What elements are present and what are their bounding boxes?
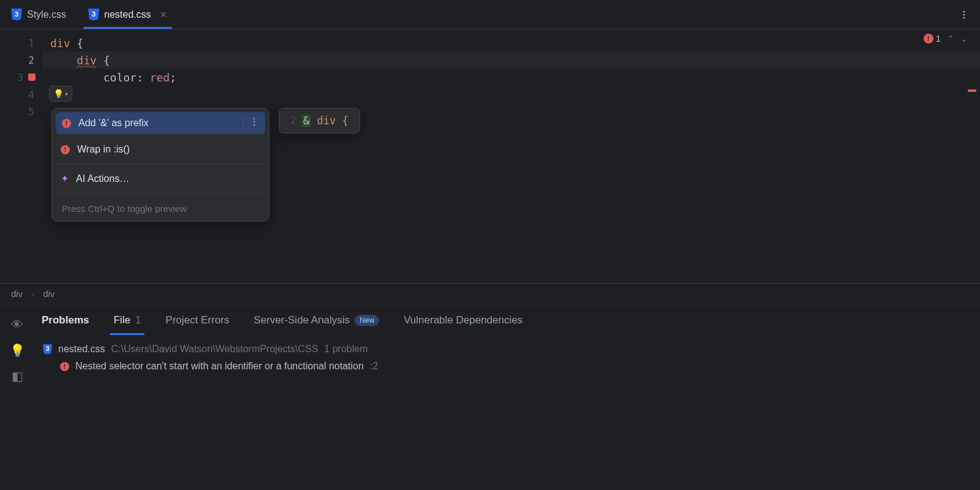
problem-count: 1 problem (324, 344, 368, 355)
svg-point-1 (963, 13, 965, 15)
intention-item-add-prefix[interactable]: ! Add '&' as prefix (56, 112, 265, 134)
quickfix-preview: 2 & div { (279, 108, 360, 134)
indent (50, 54, 77, 67)
more-icon[interactable] (243, 117, 259, 129)
line-number: 3 (0, 69, 43, 86)
problems-panel: 👁 💡 ◧ Problems File 1 Project Errors Ser… (0, 304, 980, 490)
file-tab-style[interactable]: Style.css (0, 0, 77, 29)
css3-icon (11, 9, 22, 21)
file-tab-bar: Style.css nested.css ✕ (0, 0, 980, 29)
breadcrumb: div › div (0, 284, 980, 304)
line-number: 5 (0, 103, 43, 120)
problems-tab-title[interactable]: Problems (42, 314, 89, 326)
line-number: 1 (0, 34, 43, 51)
intention-popup: ! Add '&' as prefix ! Wrap in :is() ✦ AI… (51, 108, 270, 222)
breadcrumb-item[interactable]: div (11, 288, 23, 299)
preview-line-number: 2 (290, 115, 296, 126)
error-stripe[interactable] (968, 89, 976, 92)
tab-label: File (113, 314, 130, 326)
lightbulb-icon[interactable]: 💡 (10, 343, 25, 358)
intention-item-ai-actions[interactable]: ✦ AI Actions… (52, 167, 269, 190)
intention-item-wrap-is[interactable]: ! Wrap in :is() (52, 138, 269, 161)
intention-bulb-button[interactable]: 💡 ▾ (49, 86, 72, 102)
css3-icon (43, 344, 52, 355)
token-brace: { (97, 54, 110, 67)
error-bulb-icon: ! (62, 119, 71, 128)
preview-code: div { (311, 115, 348, 127)
tab-label: Style.css (27, 9, 66, 20)
preview-inserted: & (302, 115, 311, 127)
tab-options-button[interactable] (959, 0, 969, 29)
token-semicolon: ; (170, 71, 176, 84)
inspection-widget: ! 1 ⌃ ⌄ (924, 33, 968, 43)
panel-toolbar: 👁 💡 ◧ (0, 304, 34, 490)
problems-tabs: Problems File 1 Project Errors Server-Si… (34, 304, 980, 336)
svg-point-0 (963, 10, 965, 12)
chevron-down-icon[interactable]: ⌄ (960, 34, 968, 43)
problem-item[interactable]: ! Nested selector can't start with an id… (43, 355, 971, 372)
chevron-right-icon: › (31, 288, 34, 299)
breadcrumb-item[interactable]: div (43, 288, 55, 299)
chevron-up-icon[interactable]: ⌃ (947, 34, 954, 43)
new-badge: New (355, 315, 379, 326)
error-bulb-icon: ! (61, 145, 70, 154)
svg-point-3 (254, 118, 255, 120)
eye-icon[interactable]: 👁 (11, 318, 23, 332)
problem-location: :2 (370, 361, 378, 372)
line-number: 4 (0, 86, 43, 103)
sparkle-icon: ✦ (61, 173, 69, 184)
problems-list: nested.css C:\Users\David Watson\Webstor… (34, 336, 980, 372)
svg-point-5 (254, 124, 255, 126)
problems-tab-project-errors[interactable]: Project Errors (165, 314, 229, 326)
problems-tab-vulnerable-deps[interactable]: Vulnerable Dependencies (404, 314, 522, 326)
file-tab-nested[interactable]: nested.css ✕ (77, 0, 178, 29)
file-name: nested.css (58, 344, 105, 355)
intention-label: Add '&' as prefix (78, 118, 149, 129)
gutter: 1 2 3 4 5 (0, 29, 43, 283)
popup-hint: Press Ctrl+Q to toggle preview (52, 196, 269, 221)
chevron-down-icon: ▾ (65, 91, 68, 97)
code-editor[interactable]: 1 2 3 4 5 div { div { color: red; ! 1 ⌃ … (0, 29, 980, 284)
token-brace: { (70, 37, 84, 50)
svg-point-2 (963, 17, 965, 18)
error-count-value: 1 (936, 33, 941, 43)
problems-tab-file[interactable]: File 1 (113, 314, 141, 326)
file-path: C:\Users\David Watson\WebstormProjects\C… (111, 344, 318, 355)
token-value: red (150, 71, 170, 84)
breakpoint-icon[interactable] (28, 74, 36, 81)
line-number: 2 (0, 51, 43, 69)
token-selector: div (50, 37, 70, 50)
token-selector-error: div (77, 54, 97, 67)
close-icon[interactable]: ✕ (160, 10, 167, 20)
separator (52, 193, 269, 194)
layout-icon[interactable]: ◧ (12, 369, 23, 383)
tab-label: nested.css (104, 9, 151, 20)
error-count[interactable]: ! 1 (924, 33, 941, 43)
problems-tab-server-side[interactable]: Server-Side Analysis New (254, 314, 379, 326)
problem-message: Nested selector can't start with an iden… (75, 361, 364, 372)
svg-point-4 (254, 121, 255, 123)
token-colon: : (137, 71, 150, 84)
css3-icon (88, 9, 99, 21)
indent (50, 71, 104, 84)
separator (52, 164, 269, 164)
intention-label: AI Actions… (76, 173, 129, 184)
error-icon: ! (60, 362, 69, 371)
error-bulb-icon: 💡 (53, 89, 64, 99)
tab-count: 1 (135, 314, 141, 326)
error-icon: ! (924, 34, 933, 43)
token-property: color (104, 71, 137, 84)
tab-label: Server-Side Analysis (254, 314, 350, 326)
problem-file-row[interactable]: nested.css C:\Users\David Watson\Webstor… (43, 344, 971, 355)
intention-label: Wrap in :is() (77, 144, 130, 155)
